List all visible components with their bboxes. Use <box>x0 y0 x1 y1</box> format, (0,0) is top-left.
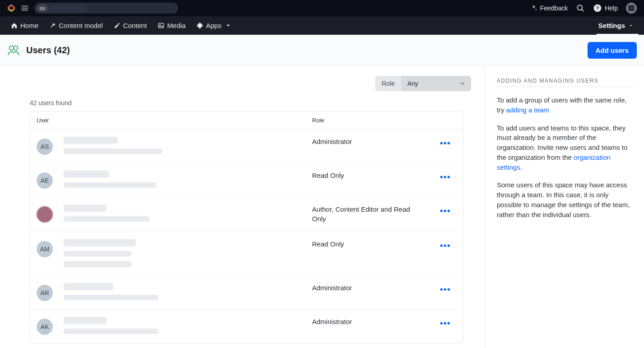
user-text <box>64 171 156 188</box>
user-avatar-initials <box>37 206 53 223</box>
user-cell: AK <box>37 317 312 335</box>
row-more-button[interactable]: ••• <box>437 285 453 294</box>
users-found-text: 42 users found <box>30 99 471 107</box>
users-table: User Role ASAdministrator•••AERead Only•… <box>30 111 463 343</box>
user-avatar-initials: AR <box>37 285 53 301</box>
role-cell: Read Only <box>312 171 429 180</box>
user-text <box>64 283 159 300</box>
role-cell: Read Only <box>312 239 429 249</box>
users-table-header: User Role <box>30 111 463 130</box>
role-filter: Role Any <box>375 76 471 91</box>
sidebar-paragraph-3: Some users of this space may have access… <box>497 180 635 219</box>
nav-apps-label: Apps <box>206 22 221 29</box>
user-name-redacted <box>64 204 107 212</box>
user-email-redacted <box>64 182 156 188</box>
actions-cell: ••• <box>429 137 461 148</box>
svg-point-4 <box>160 24 161 26</box>
user-avatar-initials: AK <box>37 319 53 335</box>
role-cell: Administrator <box>312 283 429 292</box>
role-filter-select[interactable]: Any <box>401 76 471 91</box>
nav-home[interactable]: Home <box>5 16 44 35</box>
user-text <box>64 239 136 267</box>
sidebar-paragraph-1: To add a group of users with the same ro… <box>497 95 635 115</box>
nav-content-label: Content <box>123 22 147 29</box>
svg-text:?: ? <box>596 5 599 11</box>
user-extra-redacted <box>64 261 131 267</box>
user-avatar-initials: AE <box>37 172 53 189</box>
table-row: AMRead Only••• <box>30 232 463 276</box>
actions-cell: ••• <box>429 239 461 250</box>
actions-cell: ••• <box>429 317 461 328</box>
filter-row: Role Any <box>30 76 471 91</box>
user-email-redacted <box>64 329 159 334</box>
adding-a-team-link[interactable]: adding a team <box>506 106 549 114</box>
table-row: AERead Only••• <box>30 163 463 197</box>
logo-icon <box>7 4 15 12</box>
row-more-button[interactable]: ••• <box>437 139 453 148</box>
space-name-redacted <box>87 4 175 13</box>
user-email-redacted <box>64 216 149 222</box>
feedback-button[interactable]: Feedback <box>530 5 568 12</box>
top-app-bar: co Feedback ? Help <box>0 0 644 16</box>
table-row: ASAdministrator••• <box>30 130 463 163</box>
puzzle-icon <box>196 22 203 29</box>
main-scroll[interactable]: Role Any 42 users found User Role ASAdmi… <box>0 66 485 348</box>
table-row: Author, Content Editor and Read Only••• <box>30 197 463 232</box>
feedback-label: Feedback <box>540 5 568 12</box>
user-name-redacted <box>64 171 109 178</box>
users-icon <box>7 44 20 56</box>
page-title: Users (42) <box>26 45 70 56</box>
nav-media-label: Media <box>167 22 186 29</box>
hamburger-menu-icon[interactable] <box>21 4 29 12</box>
sidebar-paragraph-2: To add users and teams to this space, th… <box>497 123 635 172</box>
help-button[interactable]: ? Help <box>593 4 618 13</box>
chevron-down-icon <box>225 22 232 29</box>
column-header-role: Role <box>312 117 429 124</box>
user-text <box>64 204 149 222</box>
nav-settings[interactable]: Settings <box>593 16 639 35</box>
role-filter-label: Role <box>375 76 401 91</box>
page-body: Role Any 42 users found User Role ASAdmi… <box>0 66 644 348</box>
actions-cell: ••• <box>429 283 461 294</box>
chevron-down-icon <box>629 23 633 28</box>
nav-content[interactable]: Content <box>108 16 153 35</box>
nav-media[interactable]: Media <box>152 16 191 35</box>
actions-cell: ••• <box>429 171 461 181</box>
page-header: Users (42) Add users <box>0 35 644 66</box>
search-icon[interactable] <box>576 4 585 13</box>
org-space-switcher[interactable]: co <box>34 3 178 14</box>
wrench-icon <box>49 22 56 29</box>
user-cell: AR <box>37 283 312 301</box>
user-name-redacted <box>64 283 113 290</box>
user-text <box>64 137 162 154</box>
user-text <box>64 317 159 334</box>
help-label: Help <box>605 5 618 12</box>
add-users-button[interactable]: Add users <box>588 42 637 59</box>
row-more-button[interactable]: ••• <box>437 172 453 181</box>
user-cell <box>37 204 312 223</box>
user-name-redacted <box>64 137 118 144</box>
user-name-redacted <box>64 239 136 246</box>
role-cell: Author, Content Editor and Read Only <box>312 204 429 223</box>
row-more-button[interactable]: ••• <box>437 241 453 250</box>
nav-home-label: Home <box>20 22 38 29</box>
role-filter-value: Any <box>407 80 418 87</box>
user-avatar[interactable] <box>626 3 637 14</box>
chevron-down-icon <box>459 80 466 87</box>
user-name-redacted <box>64 317 107 324</box>
nav-content-model[interactable]: Content model <box>44 16 108 35</box>
user-email-redacted <box>64 295 159 300</box>
user-cell: AE <box>37 171 312 189</box>
home-icon <box>11 22 18 29</box>
column-header-user: User <box>37 117 312 124</box>
pencil-icon <box>114 22 121 29</box>
nav-content-model-label: Content model <box>59 22 103 29</box>
user-email-redacted <box>64 251 131 256</box>
row-more-button[interactable]: ••• <box>437 319 453 328</box>
nav-apps[interactable]: Apps <box>191 16 237 35</box>
table-row: ARAdministrator••• <box>30 276 463 310</box>
column-header-actions <box>429 117 461 124</box>
row-more-button[interactable]: ••• <box>437 206 453 215</box>
image-icon <box>158 22 164 29</box>
user-cell: AS <box>37 137 312 155</box>
